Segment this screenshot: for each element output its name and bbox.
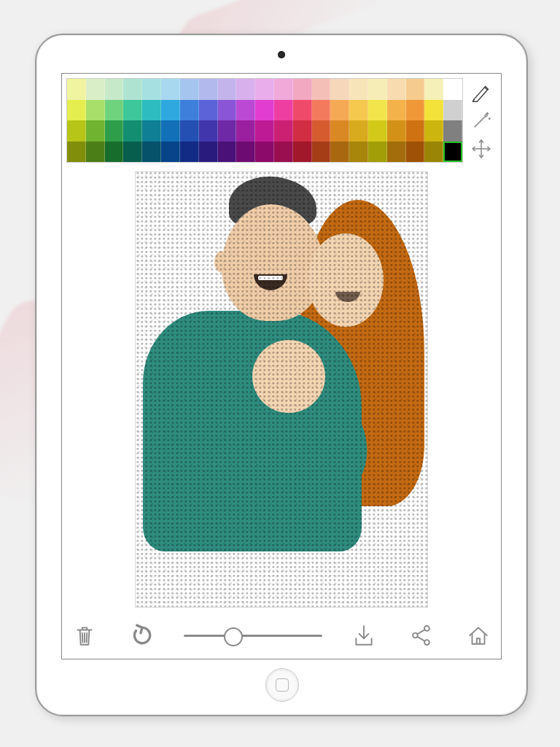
color-swatch[interactable] bbox=[330, 142, 349, 163]
color-swatch[interactable] bbox=[255, 142, 274, 163]
color-swatch[interactable] bbox=[105, 142, 124, 163]
color-swatch[interactable] bbox=[67, 79, 86, 100]
color-swatch[interactable] bbox=[406, 100, 425, 121]
color-swatch[interactable] bbox=[255, 100, 274, 121]
color-swatch[interactable] bbox=[312, 79, 331, 100]
color-swatch[interactable] bbox=[424, 79, 443, 100]
download-button[interactable] bbox=[349, 620, 379, 651]
color-swatch[interactable] bbox=[387, 100, 406, 121]
color-swatch[interactable] bbox=[142, 79, 161, 100]
color-swatch[interactable] bbox=[218, 79, 237, 100]
color-palette bbox=[66, 78, 463, 163]
color-swatch[interactable] bbox=[406, 79, 425, 100]
pencil-tool-button[interactable] bbox=[469, 80, 494, 104]
color-swatch[interactable] bbox=[368, 120, 387, 142]
color-swatch[interactable] bbox=[142, 120, 161, 142]
color-swatch[interactable] bbox=[406, 142, 425, 163]
tablet-home-button[interactable] bbox=[265, 668, 299, 702]
color-swatch[interactable] bbox=[424, 142, 443, 163]
color-swatch[interactable] bbox=[180, 120, 199, 142]
color-swatch[interactable] bbox=[349, 142, 368, 163]
color-swatch[interactable] bbox=[123, 120, 142, 142]
color-swatch[interactable] bbox=[274, 79, 293, 100]
color-swatch[interactable] bbox=[274, 120, 293, 142]
color-swatch[interactable] bbox=[123, 142, 142, 163]
color-swatch[interactable] bbox=[123, 79, 142, 100]
color-swatch[interactable] bbox=[218, 120, 237, 142]
color-swatch[interactable] bbox=[161, 142, 180, 163]
color-swatch[interactable] bbox=[274, 142, 293, 163]
move-tool-button[interactable] bbox=[469, 136, 494, 161]
brush-size-slider[interactable] bbox=[184, 620, 322, 651]
slider-thumb[interactable] bbox=[224, 627, 243, 646]
color-swatch[interactable] bbox=[67, 120, 86, 142]
color-swatch[interactable] bbox=[218, 142, 237, 163]
color-swatch[interactable] bbox=[387, 79, 406, 100]
color-swatch[interactable] bbox=[255, 79, 274, 100]
color-swatch[interactable] bbox=[218, 100, 237, 121]
color-swatch[interactable] bbox=[199, 79, 218, 100]
color-swatch[interactable] bbox=[236, 142, 255, 163]
color-swatch[interactable] bbox=[293, 79, 312, 100]
color-swatch[interactable] bbox=[255, 120, 274, 142]
color-swatch[interactable] bbox=[293, 142, 312, 163]
color-swatch[interactable] bbox=[443, 100, 462, 121]
color-swatch[interactable] bbox=[330, 79, 349, 100]
color-swatch[interactable] bbox=[443, 79, 462, 100]
color-swatch[interactable] bbox=[86, 79, 105, 100]
home-button[interactable] bbox=[463, 620, 494, 651]
color-swatch[interactable] bbox=[105, 79, 124, 100]
color-swatch[interactable] bbox=[349, 120, 368, 142]
color-swatch[interactable] bbox=[199, 100, 218, 121]
color-swatch[interactable] bbox=[387, 120, 406, 142]
color-swatch[interactable] bbox=[236, 120, 255, 142]
color-swatch[interactable] bbox=[443, 120, 462, 142]
color-swatch[interactable] bbox=[180, 100, 199, 121]
color-swatch[interactable] bbox=[86, 100, 105, 121]
color-swatch[interactable] bbox=[424, 100, 443, 121]
color-swatch[interactable] bbox=[236, 79, 255, 100]
color-swatch[interactable] bbox=[180, 142, 199, 163]
color-swatch[interactable] bbox=[180, 79, 199, 100]
color-swatch[interactable] bbox=[293, 100, 312, 121]
color-swatch[interactable] bbox=[123, 100, 142, 121]
color-swatch[interactable] bbox=[368, 79, 387, 100]
color-swatch[interactable] bbox=[368, 100, 387, 121]
color-swatch[interactable] bbox=[293, 120, 312, 142]
color-swatch[interactable] bbox=[86, 142, 105, 163]
color-swatch[interactable] bbox=[368, 142, 387, 163]
color-swatch[interactable] bbox=[67, 142, 86, 163]
trash-button[interactable] bbox=[69, 620, 100, 651]
color-swatch[interactable] bbox=[161, 79, 180, 100]
undo-button[interactable] bbox=[126, 620, 157, 651]
color-swatch[interactable] bbox=[161, 100, 180, 121]
tablet-frame bbox=[35, 34, 528, 716]
color-swatch[interactable] bbox=[349, 100, 368, 121]
woman-face-region bbox=[308, 233, 384, 327]
color-swatch[interactable] bbox=[142, 142, 161, 163]
tablet-camera bbox=[278, 51, 285, 58]
color-swatch[interactable] bbox=[161, 120, 180, 142]
color-swatch[interactable] bbox=[142, 100, 161, 121]
color-swatch[interactable] bbox=[67, 100, 86, 121]
color-swatch[interactable] bbox=[86, 120, 105, 142]
color-swatch[interactable] bbox=[236, 100, 255, 121]
color-swatch[interactable] bbox=[199, 120, 218, 142]
color-swatch[interactable] bbox=[424, 120, 443, 142]
share-button[interactable] bbox=[406, 620, 437, 651]
color-swatch[interactable] bbox=[199, 142, 218, 163]
color-swatch[interactable] bbox=[312, 120, 331, 142]
magic-wand-tool-button[interactable] bbox=[469, 108, 494, 133]
color-swatch[interactable] bbox=[330, 100, 349, 121]
color-swatch[interactable] bbox=[406, 120, 425, 142]
color-swatch[interactable] bbox=[330, 120, 349, 142]
color-swatch[interactable] bbox=[274, 100, 293, 121]
color-swatch[interactable] bbox=[349, 79, 368, 100]
color-swatch[interactable] bbox=[387, 142, 406, 163]
color-swatch[interactable] bbox=[443, 142, 462, 163]
color-swatch[interactable] bbox=[312, 100, 331, 121]
color-swatch[interactable] bbox=[312, 142, 331, 163]
color-swatch[interactable] bbox=[105, 120, 124, 142]
drawing-canvas[interactable] bbox=[135, 171, 428, 608]
color-swatch[interactable] bbox=[105, 100, 124, 121]
